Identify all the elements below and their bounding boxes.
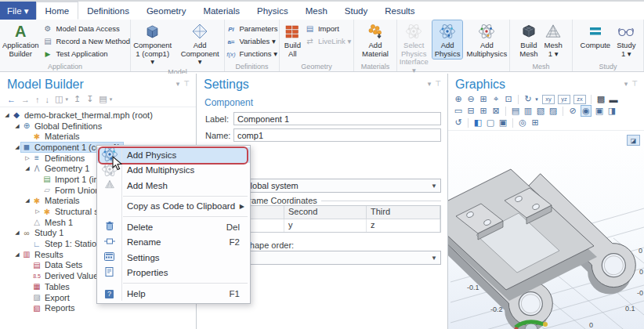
view-extents-icon[interactable]: ◨ [607, 106, 617, 116]
tree-expander-icon[interactable]: ◢ [13, 230, 21, 236]
table-cell[interactable]: z [367, 219, 440, 232]
panel-menu-icon[interactable]: ▾ [624, 80, 628, 88]
tree-expander-icon[interactable]: ▷ [34, 208, 42, 215]
hide-objects-icon[interactable]: ⊘ [568, 106, 577, 116]
previous-node-icon[interactable]: ← [7, 95, 16, 104]
variables-button[interactable]: a=Variables ▾ [226, 35, 277, 47]
zoom-in-icon[interactable]: ⊕ [454, 94, 463, 104]
tree-node-global-definitions[interactable]: ◢⊕Global Definitions [0, 121, 196, 132]
image-thumbnail-icon[interactable]: ◪ [627, 135, 640, 146]
tree-node-reports[interactable]: ▧Reports [0, 302, 196, 313]
label-field-input[interactable] [233, 112, 441, 125]
pointer-select-icon[interactable]: ▨ [548, 106, 558, 116]
perspective-icon[interactable]: ⊟ [466, 106, 476, 116]
functions-button[interactable]: f(x)Functions ▾ [226, 48, 277, 60]
node-label-options-icon[interactable]: ▤ [99, 94, 107, 104]
parameters-button[interactable]: PiParameters [226, 23, 277, 34]
model-data-access-button[interactable]: ⚙Model Data Access [42, 23, 130, 34]
select-physics-interface-button[interactable]: Select PhysicsInterface ▾ [397, 20, 431, 76]
view-zx-icon[interactable]: zx [573, 95, 586, 104]
table-cell[interactable]: y [284, 219, 367, 232]
tree-expander-icon[interactable]: ◢ [13, 123, 21, 129]
panel-menu-icon[interactable]: ▾ [428, 80, 432, 88]
select-box-icon[interactable]: ▣ [595, 106, 604, 116]
image-export-icon[interactable]: ▥ [523, 106, 533, 116]
label-caret[interactable]: ▾ [110, 96, 113, 103]
menu-item-rename[interactable]: RenameF2 [97, 235, 250, 251]
view-xy-icon[interactable]: xy [542, 95, 555, 104]
undo-view-icon[interactable]: ↺ [454, 118, 463, 128]
build-mesh-button[interactable]: BuildMesh [517, 20, 540, 59]
panel-menu-icon[interactable]: ▾ [176, 80, 180, 88]
next-node-icon[interactable]: → [21, 95, 30, 104]
show-options-icon[interactable]: ◫ [55, 94, 63, 104]
tree-expander-icon[interactable]: ◢ [13, 251, 21, 258]
view-lock-icon[interactable]: ⊞ [530, 118, 540, 128]
add-physics-button[interactable]: AddPhysics [432, 20, 463, 59]
scene-light-icon[interactable]: ▩ [596, 94, 606, 104]
visibility-eye-icon[interactable]: ◉ [581, 105, 592, 117]
tab-geometry[interactable]: Geometry [138, 2, 195, 20]
orthographic-icon[interactable]: ▭ [454, 106, 463, 116]
tab-definitions[interactable]: Definitions [78, 2, 138, 20]
zoom-box-icon[interactable]: ⊞ [479, 94, 488, 104]
livelink-button[interactable]: ⇄LiveLink ▾ [305, 35, 351, 47]
tree-node-demo-bracket-thermal-mph-root[interactable]: ◢◆demo-bracket_thermal.mph (root) [0, 110, 196, 121]
transparency-icon[interactable]: ▬ [609, 94, 618, 104]
move-down-icon[interactable]: ↓ [45, 95, 50, 104]
tab-mesh[interactable]: Mesh [297, 2, 336, 20]
application-builder-button[interactable]: AApplicationBuilder [0, 20, 41, 59]
material-rendering-icon[interactable]: ◧ [473, 118, 483, 128]
tree-expander-icon[interactable]: ◢ [13, 144, 21, 150]
no-projection-icon[interactable]: ⊠ [491, 106, 501, 116]
snapshot-icon[interactable]: ▤ [511, 106, 520, 116]
tree-expander-icon[interactable]: ◢ [24, 165, 31, 172]
tree-expander-icon[interactable]: ▷ [24, 155, 31, 161]
tree-expander-icon[interactable]: ◢ [24, 197, 31, 204]
name-field-input[interactable] [233, 128, 441, 142]
add-multiphysics-button[interactable]: AddMultiphysics [464, 20, 509, 59]
pin-icon[interactable]: ⊤ [631, 80, 638, 88]
add-material-button[interactable]: AddMaterial [360, 20, 391, 59]
zoom-extents-icon[interactable]: ⌖ [491, 94, 501, 104]
show-caret[interactable]: ▾ [65, 96, 68, 103]
menu-item-add-mesh[interactable]: Add Mesh [97, 178, 250, 193]
surface-rendering-icon[interactable]: ▣ [498, 118, 508, 128]
projection-icon[interactable]: ⊞ [479, 106, 488, 116]
import-button[interactable]: ▤Import [305, 23, 351, 34]
pin-icon[interactable]: ⊤ [435, 80, 441, 88]
tab-results[interactable]: Results [376, 2, 423, 20]
collapse-all-icon[interactable]: ↧ [86, 94, 93, 104]
tab-home[interactable]: Home [36, 2, 79, 20]
tab-study[interactable]: Study [336, 2, 376, 20]
go-to-view-icon[interactable]: ↻ [523, 94, 533, 104]
mesh-1-button[interactable]: Mesh1 ▾ [542, 20, 565, 59]
select-entities-icon[interactable]: ▧ [536, 106, 545, 116]
view-caret[interactable]: ▾ [534, 94, 539, 104]
menu-item-copy-as-code-to-clipboard[interactable]: Copy as Code to Clipboard▶ [97, 199, 250, 215]
menu-item-help[interactable]: ?HelpF1 [97, 286, 250, 302]
camera-icon[interactable]: ◎ [518, 118, 527, 128]
tree-expander-icon[interactable]: ◢ [3, 112, 11, 118]
menu-item-delete[interactable]: DeleteDel [97, 219, 250, 235]
menu-item-settings[interactable]: Settings [97, 250, 250, 266]
study-1-button[interactable]: Study1 ▾ [614, 20, 638, 59]
expand-all-icon[interactable]: ↥ [74, 94, 81, 104]
wireframe-icon[interactable]: ▢ [486, 118, 495, 128]
tab-materials[interactable]: Materials [194, 2, 248, 20]
record-a-new-method-button[interactable]: ▤Record a New Method [42, 35, 130, 47]
build-all-button[interactable]: BuildAll [282, 20, 303, 59]
file-menu-button[interactable]: File ▾ [0, 2, 36, 20]
fit-window-icon[interactable]: ⊡ [504, 94, 513, 104]
pin-icon[interactable]: ⊤ [183, 80, 190, 88]
zoom-out-icon[interactable]: ⊖ [466, 94, 476, 104]
move-up-icon[interactable]: ↑ [35, 95, 40, 104]
tree-node-materials[interactable]: ✱Materials [0, 131, 196, 142]
view-yz-icon[interactable]: yz [558, 95, 570, 104]
component-1-comp1-button[interactable]: Component1 (comp1) ▾ [131, 20, 174, 67]
menu-item-properties[interactable]: Properties [97, 266, 250, 281]
graphics-3d-view[interactable]: -0.1-0.20.1000-0 ◪ [448, 132, 644, 329]
add-component-button[interactable]: AddComponent ▾ [175, 20, 224, 67]
tab-physics[interactable]: Physics [248, 2, 297, 20]
test-application-button[interactable]: ▶Test Application [42, 48, 130, 60]
